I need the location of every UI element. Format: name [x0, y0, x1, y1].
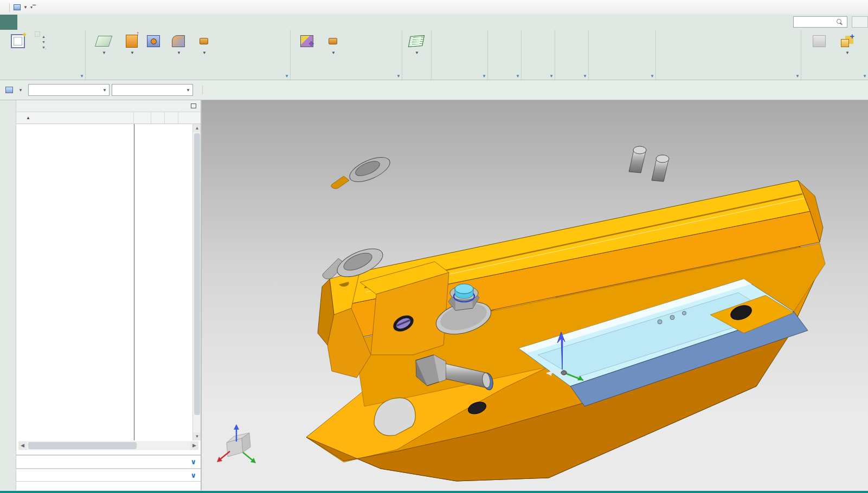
group-surface: ▼ — [402, 30, 432, 80]
resource-bar — [0, 100, 16, 490]
process-assembly-button[interactable] — [803, 31, 835, 50]
window-bottom-border — [0, 491, 868, 493]
more-icon — [329, 38, 337, 44]
group-dropdown-icon[interactable]: ▼ — [396, 74, 401, 79]
divider — [9, 3, 10, 12]
chevron-down-icon: ∨ — [190, 471, 196, 479]
sort-asc-icon: ▲ — [26, 115, 30, 120]
group-dropdown-icon[interactable]: ▼ — [285, 74, 289, 79]
selection-bar: ▼ ▼ ▼ — [0, 80, 868, 100]
window-menu[interactable]: ▼ ▾▔ — [11, 4, 38, 10]
section-dependencies[interactable]: ∨ — [16, 468, 201, 482]
toolbar-overflow-icon[interactable]: ▾▔ — [30, 5, 36, 10]
group-modeling-tools: ▼ — [589, 30, 656, 80]
undock-icon[interactable] — [191, 103, 196, 108]
command-search[interactable] — [793, 16, 847, 28]
sync-more-button[interactable]: ▼ — [323, 31, 343, 55]
tree-column-header[interactable]: ▲ — [16, 112, 201, 124]
group-std-tools: ▼ — [432, 30, 488, 80]
sketch-scroll-buttons[interactable]: ▲▼▼̱ — [42, 31, 46, 50]
move-face-icon — [300, 35, 313, 47]
menu-button[interactable]: ▼ — [2, 83, 26, 96]
edge-blend-icon — [172, 35, 185, 47]
sketch-button[interactable] — [2, 31, 34, 50]
group-dropdown-icon[interactable]: ▼ — [549, 74, 554, 79]
vertical-scrollbar[interactable]: ▲ ▼ — [192, 124, 201, 440]
surface-button[interactable]: ▼ — [404, 31, 428, 55]
sketch-icon — [11, 34, 25, 48]
window-icon — [14, 4, 21, 10]
group-dropdown-icon[interactable]: ▼ — [80, 74, 84, 79]
group-dropdown-icon[interactable]: ▼ — [795, 74, 800, 79]
clipped-control — [852, 16, 868, 28]
extrude-icon — [126, 35, 138, 48]
group-dropdown-icon[interactable]: ▼ — [583, 74, 587, 79]
nx-window: ▼ ▾▔ ▲▼▼̱ ▼ ▼ — [0, 0, 868, 493]
search-input[interactable] — [794, 18, 835, 26]
chevron-down-icon: ∨ — [190, 458, 196, 466]
move-face-button[interactable] — [293, 31, 321, 50]
group-spring-tools: ▼ — [522, 30, 555, 80]
tab-file[interactable] — [0, 15, 17, 30]
group-dropdown-icon[interactable]: ▼ — [650, 74, 654, 79]
column-divider — [134, 124, 134, 440]
group-dropdown-icon[interactable]: ▼ — [863, 74, 867, 79]
extrude-button[interactable]: ▼ — [120, 31, 143, 55]
menu-icon — [5, 87, 13, 93]
model-scene — [202, 100, 868, 490]
scroll-down-icon[interactable]: ▼ — [193, 432, 201, 440]
main-area: ▲ ▲ ▼ ◀ ▶ ∨ — [0, 100, 868, 490]
ribbon: ▲▼▼̱ ▼ ▼ ▼ ▼ — [0, 30, 868, 80]
group-process-tools: ▼ — [555, 30, 589, 80]
selection-filter-combo[interactable]: ▼ — [28, 84, 110, 96]
hole-button[interactable] — [144, 31, 163, 50]
scroll-right-icon[interactable]: ▶ — [190, 442, 198, 450]
group-gc-toolbox: ▼ — [656, 30, 801, 80]
add-component-button[interactable]: ▼ — [836, 31, 858, 55]
scroll-up-icon[interactable]: ▲ — [193, 124, 201, 132]
hole-icon — [147, 35, 160, 47]
add-component-icon — [840, 35, 854, 48]
chevron-down-icon: ▼ — [23, 5, 28, 10]
group-feature: ▼ ▼ ▼ ▼ ▼ — [86, 30, 291, 80]
group-assembly: ▼ ▼ — [801, 30, 868, 80]
assembly-navigator-panel: ▲ ▲ ▼ ◀ ▶ ∨ — [16, 100, 202, 490]
section-preview[interactable]: ∨ — [16, 455, 201, 468]
selection-scope-combo[interactable]: ▼ — [112, 84, 193, 96]
group-dropdown-icon[interactable]: ▼ — [482, 74, 486, 79]
datum-plane-icon — [95, 36, 112, 47]
search-icon[interactable] — [835, 18, 844, 27]
ribbon-tab-bar — [0, 15, 868, 30]
scroll-thumb[interactable] — [28, 442, 137, 449]
datum-plane-button[interactable]: ▼ — [88, 31, 119, 55]
horizontal-scrollbar[interactable]: ◀ ▶ — [18, 441, 198, 450]
surface-icon — [408, 35, 425, 47]
group-synchronous-modeling: ▼ ▼ — [291, 30, 402, 80]
scroll-left-icon[interactable]: ◀ — [18, 442, 27, 450]
more-icon — [200, 38, 208, 44]
feature-more-button[interactable]: ▼ — [194, 31, 214, 55]
group-dropdown-icon[interactable]: ▼ — [516, 74, 520, 79]
group-gear-tools: ▼ — [488, 30, 522, 80]
process-assembly-icon — [813, 35, 826, 47]
assembly-tree: ▲ ▼ — [16, 124, 201, 440]
viewport-canvas[interactable] — [202, 100, 868, 490]
edge-blend-button[interactable]: ▼ — [165, 31, 192, 55]
group-direct-sketch: ▲▼▼̱ ▼ — [0, 30, 86, 80]
scroll-thumb[interactable] — [194, 133, 200, 415]
title-bar: ▼ ▾▔ — [0, 0, 868, 15]
